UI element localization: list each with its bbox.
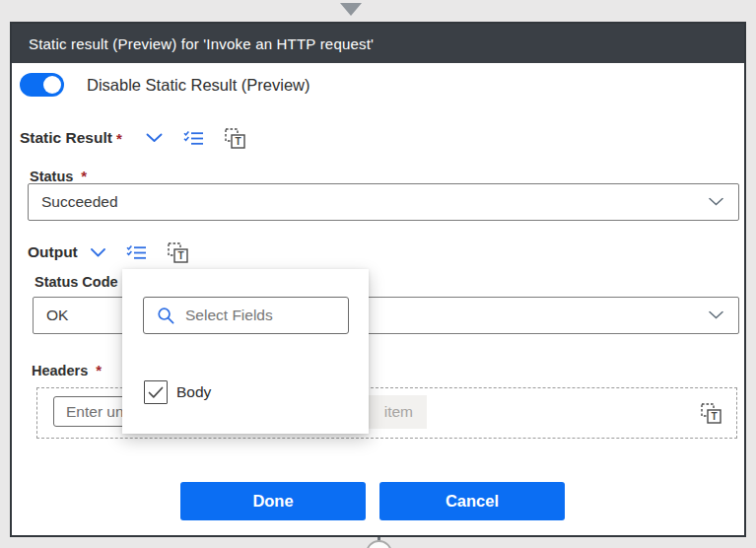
search-icon bbox=[157, 307, 175, 325]
flow-connector-arrow-icon bbox=[340, 3, 362, 16]
status-dropdown[interactable]: Succeeded bbox=[28, 183, 739, 221]
body-checkbox[interactable] bbox=[144, 380, 168, 404]
required-asterisk: * bbox=[81, 168, 87, 184]
static-result-dialog: Static result (Preview) for 'Invoke an H… bbox=[10, 22, 746, 537]
select-fields-search-box bbox=[143, 297, 349, 334]
disable-static-result-toggle[interactable] bbox=[20, 73, 64, 97]
svg-text:T: T bbox=[711, 411, 717, 422]
status-label: Status bbox=[30, 169, 73, 184]
required-asterisk: * bbox=[116, 130, 122, 147]
select-fields-icon[interactable] bbox=[183, 130, 204, 147]
dialog-header: Static result (Preview) for 'Invoke an H… bbox=[12, 24, 744, 63]
headers-label-row: Headers * bbox=[32, 362, 102, 378]
text-mode-icon[interactable]: T bbox=[225, 128, 245, 149]
disable-static-result-row: Disable Static Result (Preview) bbox=[20, 71, 310, 99]
select-fields-popup: Body bbox=[122, 269, 369, 434]
output-header-row: Output T bbox=[28, 240, 188, 265]
status-dropdown-value: Succeeded bbox=[29, 193, 118, 211]
text-mode-icon[interactable]: T bbox=[168, 242, 188, 263]
headers-label: Headers bbox=[32, 363, 88, 378]
cancel-button[interactable]: Cancel bbox=[379, 482, 565, 520]
output-label: Output bbox=[28, 243, 78, 261]
dialog-title: Static result (Preview) for 'Invoke an H… bbox=[29, 35, 374, 52]
select-fields-search-input[interactable] bbox=[185, 307, 333, 324]
chevron-down-icon bbox=[709, 311, 723, 320]
done-button[interactable]: Done bbox=[180, 482, 366, 520]
status-label-row: Status * bbox=[30, 168, 87, 184]
toggle-label: Disable Static Result (Preview) bbox=[87, 76, 310, 95]
chevron-down-icon bbox=[709, 198, 723, 207]
body-option-label: Body bbox=[176, 383, 211, 401]
text-mode-icon[interactable]: T bbox=[701, 403, 722, 424]
flow-connector-node-icon bbox=[366, 540, 392, 548]
status-code-label: Status Code bbox=[34, 274, 118, 290]
toggle-knob bbox=[43, 76, 61, 94]
static-result-header-row: Static Result * T bbox=[20, 125, 245, 151]
svg-text:T: T bbox=[177, 250, 183, 261]
select-fields-icon[interactable] bbox=[126, 244, 147, 261]
svg-text:T: T bbox=[235, 136, 241, 147]
chevron-down-icon[interactable] bbox=[91, 248, 105, 257]
flow-designer-canvas: Static result (Preview) for 'Invoke an H… bbox=[0, 0, 756, 548]
static-result-label: Static Result bbox=[20, 129, 112, 147]
required-asterisk: * bbox=[96, 362, 102, 378]
add-new-item-label: item bbox=[384, 403, 413, 421]
chevron-down-icon[interactable] bbox=[146, 133, 163, 143]
status-code-dropdown-value: OK bbox=[34, 307, 68, 324]
field-option-body[interactable]: Body bbox=[144, 380, 211, 404]
